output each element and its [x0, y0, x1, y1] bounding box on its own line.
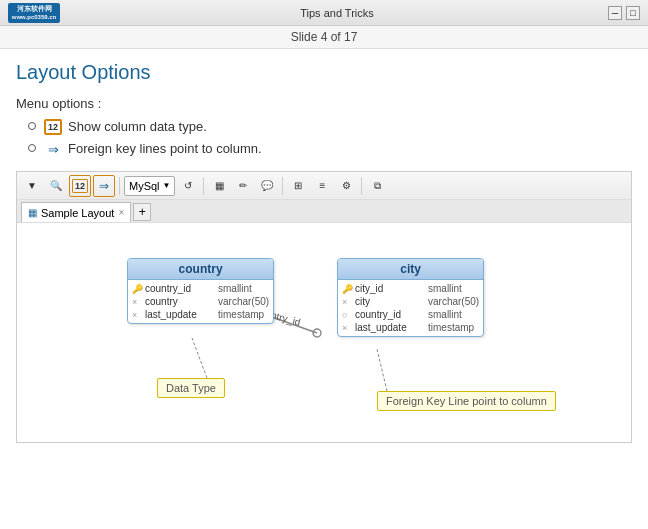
toolbar-arrows-icon: ⇒ [99, 179, 109, 193]
mysql-label: MySql [129, 180, 160, 192]
city-table-body: 🔑 city_id smallint × city varchar(50) ○ … [338, 280, 483, 336]
toolbar-nav-dropdown[interactable]: ▼ [21, 175, 43, 197]
window-controls: ─ □ [608, 6, 640, 20]
city-table: city 🔑 city_id smallint × city varchar(5… [337, 258, 484, 337]
column-type-icon: 12 [44, 119, 62, 135]
country-row-0: 🔑 country_id smallint [132, 282, 269, 295]
bullet-dot-1 [28, 122, 36, 130]
city-row-2-icon: ○ [342, 310, 352, 320]
bullet-item-2: ⇒ Foreign key lines point to column. [28, 141, 632, 157]
website-text: www.pc0359.cn [12, 14, 56, 20]
slide-header: Slide 4 of 17 [0, 26, 648, 49]
svg-line-4 [192, 338, 207, 378]
country-table-body: 🔑 country_id smallint × country varchar(… [128, 280, 273, 323]
toolbar-edit-btn[interactable]: ✏ [232, 175, 254, 197]
bullet-text-1: Show column data type. [68, 119, 207, 134]
country-table-header: country [128, 259, 273, 280]
bullet-item-1: 12 Show column data type. [28, 119, 632, 135]
country-row-0-type: smallint [218, 283, 252, 294]
datatype-tooltip: Data Type [157, 378, 225, 398]
city-row-2: ○ country_id smallint [342, 308, 479, 321]
slide-label: Slide 4 of 17 [291, 30, 358, 44]
city-row-0-name: city_id [355, 283, 425, 294]
tb-divider-1 [119, 177, 120, 195]
title-bar: 河东软件网www.pc0359.cn Tips and Tricks ─ □ [0, 0, 648, 26]
window-title: Tips and Tricks [66, 7, 608, 19]
country-row-0-icon: 🔑 [132, 284, 142, 294]
tab-icon: ▦ [28, 207, 37, 218]
country-row-1: × country varchar(50) [132, 295, 269, 308]
city-row-2-name: country_id [355, 309, 425, 320]
svg-line-5 [377, 349, 387, 391]
city-table-header: city [338, 259, 483, 280]
fk-arrows-icon: ⇒ [44, 141, 62, 157]
city-row-3: × last_update timestamp [342, 321, 479, 334]
country-row-2: × last_update timestamp [132, 308, 269, 321]
fk-tooltip: Foreign Key Line point to column [377, 391, 556, 411]
menu-options-label: Menu options : [16, 96, 632, 111]
fk-tooltip-text: Foreign Key Line point to column [386, 395, 547, 407]
toolbar-12-icon: 12 [72, 179, 88, 193]
toolbar-zoom-btn[interactable]: 🔍 [45, 175, 67, 197]
toolbar: ▼ 🔍 12 ⇒ MySql ▼ ↺ ▦ ✏ 💬 ⊞ ≡ ⚙ ⧉ [17, 172, 631, 200]
bullet-list: 12 Show column data type. ⇒ Foreign key … [16, 119, 632, 157]
bullet-text-2: Foreign key lines point to column. [68, 141, 262, 156]
sample-layout-tab[interactable]: ▦ Sample Layout × [21, 202, 131, 222]
tab-close-btn[interactable]: × [118, 207, 124, 218]
toolbar-settings-btn[interactable]: ⚙ [335, 175, 357, 197]
city-row-1-name: city [355, 296, 425, 307]
city-row-3-icon: × [342, 323, 352, 333]
datatype-tooltip-text: Data Type [166, 382, 216, 394]
country-row-2-name: last_update [145, 309, 215, 320]
logo: 河东软件网www.pc0359.cn [8, 3, 60, 23]
city-row-0-icon: 🔑 [342, 284, 352, 294]
country-row-1-type: varchar(50) [218, 296, 269, 307]
toolbar-list-btn[interactable]: ≡ [311, 175, 333, 197]
tb-divider-4 [361, 177, 362, 195]
toolbar-12-btn[interactable]: 12 [69, 175, 91, 197]
toolbar-wrapper: ▼ 🔍 12 ⇒ MySql ▼ ↺ ▦ ✏ 💬 ⊞ ≡ ⚙ ⧉ [16, 171, 632, 443]
tab-label: Sample Layout [41, 207, 114, 219]
toolbar-copy-btn[interactable]: ⧉ [366, 175, 388, 197]
country-table: country 🔑 country_id smallint × country … [127, 258, 274, 324]
city-row-3-name: last_update [355, 322, 425, 333]
country-row-1-name: country [145, 296, 215, 307]
toolbar-grid-btn[interactable]: ⊞ [287, 175, 309, 197]
city-row-3-type: timestamp [428, 322, 474, 333]
city-row-1-type: varchar(50) [428, 296, 479, 307]
country-row-2-type: timestamp [218, 309, 264, 320]
city-row-0-type: smallint [428, 283, 462, 294]
city-row-1: × city varchar(50) [342, 295, 479, 308]
tab-add-btn[interactable]: + [133, 203, 151, 221]
country-row-0-name: country_id [145, 283, 215, 294]
bullet-dot-2 [28, 144, 36, 152]
tb-divider-3 [282, 177, 283, 195]
svg-point-1 [313, 329, 321, 337]
toolbar-comment-btn[interactable]: 💬 [256, 175, 278, 197]
mysql-dropdown-arrow: ▼ [163, 181, 171, 190]
page-title: Layout Options [16, 61, 632, 84]
toolbar-arrows-btn[interactable]: ⇒ [93, 175, 115, 197]
city-row-2-type: smallint [428, 309, 462, 320]
toolbar-refresh-btn[interactable]: ↺ [177, 175, 199, 197]
tb-divider-2 [203, 177, 204, 195]
country-row-2-icon: × [132, 310, 142, 320]
content-area: Layout Options Menu options : 12 Show co… [0, 49, 648, 443]
tabs-row: ▦ Sample Layout × + [17, 200, 631, 222]
mysql-dropdown[interactable]: MySql ▼ [124, 176, 175, 196]
country-row-1-icon: × [132, 297, 142, 307]
city-row-0: 🔑 city_id smallint [342, 282, 479, 295]
city-row-1-icon: × [342, 297, 352, 307]
minimize-button[interactable]: ─ [608, 6, 622, 20]
canvas-area: country_id country 🔑 country_id smallint… [17, 222, 631, 442]
toolbar-table-btn[interactable]: ▦ [208, 175, 230, 197]
maximize-button[interactable]: □ [626, 6, 640, 20]
